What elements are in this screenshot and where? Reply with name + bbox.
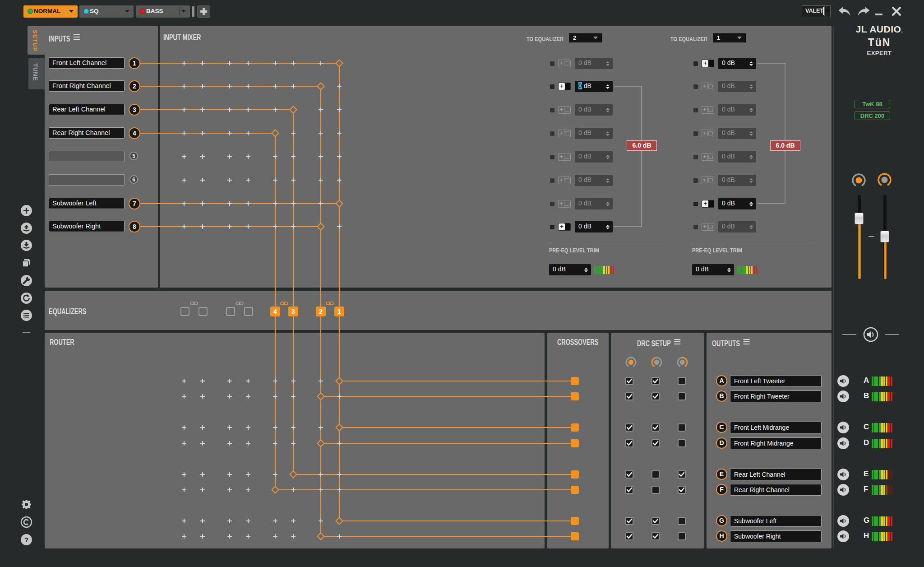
svg-text:?: ? <box>24 536 28 544</box>
